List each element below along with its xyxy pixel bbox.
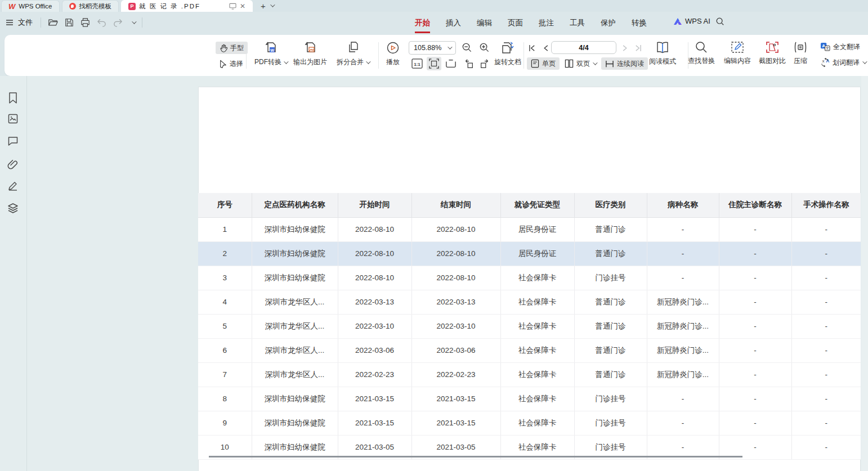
print-icon[interactable] bbox=[80, 18, 90, 27]
folder-open-icon[interactable] bbox=[48, 18, 58, 27]
redo-icon[interactable] bbox=[113, 19, 123, 27]
table-cell: 门诊挂号 bbox=[574, 266, 647, 290]
bookmark-icon[interactable] bbox=[7, 92, 19, 104]
table-cell: 社会保障卡 bbox=[500, 362, 574, 387]
zoom-out-button[interactable] bbox=[462, 42, 472, 53]
table-cell: 深圳市龙华区人... bbox=[252, 362, 338, 387]
table-cell: 5 bbox=[198, 314, 252, 338]
undo-icon[interactable] bbox=[97, 19, 106, 27]
svg-text:文: 文 bbox=[825, 46, 829, 50]
column-header: 定点医药机构名称 bbox=[252, 193, 338, 217]
attachment-icon[interactable] bbox=[7, 158, 19, 169]
chevron-down-icon[interactable] bbox=[132, 19, 136, 24]
table-cell: 社会保障卡 bbox=[500, 411, 574, 435]
edit-content-button[interactable]: 编辑内容 bbox=[721, 41, 754, 66]
table-cell: 普通门诊 bbox=[574, 217, 647, 241]
chevron-down-icon[interactable] bbox=[270, 2, 275, 7]
screenshot-compare-button[interactable]: 截图对比 bbox=[755, 41, 789, 66]
rotate-document-button[interactable]: 旋转文档 bbox=[491, 41, 525, 67]
file-menu-button[interactable]: 文件 bbox=[6, 17, 33, 28]
add-tab-icon[interactable]: + bbox=[261, 1, 266, 11]
table-cell: 9 bbox=[198, 411, 252, 435]
hand-tool-button[interactable]: 手型 bbox=[216, 42, 248, 54]
select-tool-button[interactable]: 选择 bbox=[216, 57, 247, 70]
menu-item[interactable]: 页面 bbox=[508, 18, 523, 28]
menu-item[interactable]: 保护 bbox=[601, 18, 616, 28]
signature-icon[interactable] bbox=[7, 180, 19, 191]
zoom-level-select[interactable]: 105.88% bbox=[409, 41, 456, 55]
table-cell: - bbox=[647, 266, 719, 290]
layers-icon[interactable] bbox=[7, 203, 19, 214]
tab-document-pdf[interactable]: P 就 医 记 录 .PDF ✕ bbox=[121, 0, 253, 12]
menu-item[interactable]: 批注 bbox=[539, 18, 554, 28]
table-cell: - bbox=[791, 411, 861, 435]
pdf-convert-icon: W bbox=[263, 41, 278, 55]
vertical-scrollbar[interactable] bbox=[861, 76, 868, 471]
hamburger-icon bbox=[6, 19, 14, 26]
table-cell: 2022-03-06 bbox=[338, 338, 411, 362]
page-indicator-input[interactable]: 4/4 bbox=[551, 41, 616, 54]
actual-size-button[interactable]: 1:1 bbox=[410, 57, 424, 70]
tab-wps-office[interactable]: W WPS Office bbox=[1, 0, 60, 12]
zoom-out-icon bbox=[462, 42, 472, 53]
zoom-level-value: 105.88% bbox=[414, 44, 441, 52]
close-icon[interactable]: ✕ bbox=[240, 3, 245, 10]
export-image-button[interactable]: 输出为图片 bbox=[290, 41, 330, 67]
split-merge-button[interactable]: 拆分合并 bbox=[331, 41, 375, 67]
single-page-icon bbox=[531, 59, 539, 68]
full-translate-button[interactable]: A文 全文翻译 bbox=[816, 41, 864, 53]
read-mode-button[interactable]: 阅读模式 bbox=[645, 41, 680, 66]
last-page-button[interactable] bbox=[633, 41, 643, 55]
next-page-button[interactable] bbox=[620, 41, 630, 55]
single-page-button[interactable]: 单页 bbox=[527, 57, 560, 70]
word-translate-button[interactable]: xA 划词翻译 bbox=[816, 56, 868, 69]
find-replace-button[interactable]: 查找替换 bbox=[684, 41, 718, 66]
thumbnails-icon[interactable] bbox=[7, 113, 19, 124]
menu-item[interactable]: 插入 bbox=[446, 18, 461, 28]
table-cell: 2022-02-23 bbox=[411, 362, 500, 387]
continuous-read-button[interactable]: 连续阅读 bbox=[601, 57, 648, 70]
table-cell: 2022-08-10 bbox=[411, 217, 500, 241]
first-page-button[interactable] bbox=[527, 41, 537, 55]
menu-item[interactable]: 工具 bbox=[570, 18, 585, 28]
pdf-convert-button[interactable]: W PDF转换 bbox=[250, 41, 292, 67]
table-cell: 6 bbox=[198, 338, 252, 362]
word-translate-label: 划词翻译 bbox=[833, 58, 860, 68]
left-panel-rail bbox=[0, 76, 27, 471]
column-header: 序号 bbox=[198, 193, 252, 217]
chevron-down-icon bbox=[862, 59, 867, 64]
monitor-icon[interactable] bbox=[229, 3, 236, 10]
fit-page-button[interactable] bbox=[444, 57, 458, 70]
table-cell: 普通门诊 bbox=[574, 362, 647, 387]
save-icon[interactable] bbox=[65, 18, 74, 27]
menu-item[interactable]: 开始 bbox=[415, 18, 430, 28]
rotate-right-button[interactable] bbox=[477, 57, 492, 70]
table-cell: 普通门诊 bbox=[574, 314, 647, 338]
wps-ai-button[interactable]: WPS AI bbox=[673, 17, 710, 25]
tab-docer-templates[interactable]: 找稻壳模板 bbox=[62, 0, 119, 12]
search-icon[interactable] bbox=[715, 17, 724, 26]
tab-label: WPS Office bbox=[19, 3, 52, 10]
menu-item[interactable]: 编辑 bbox=[477, 18, 492, 28]
play-button[interactable]: 播放 bbox=[381, 41, 405, 67]
table-cell: - bbox=[791, 314, 861, 338]
play-label: 播放 bbox=[386, 57, 400, 67]
prev-page-button[interactable] bbox=[541, 41, 551, 55]
rotate-left-button[interactable] bbox=[462, 57, 476, 70]
table-bottom-border bbox=[209, 456, 742, 457]
compress-button[interactable]: 压缩 bbox=[788, 41, 813, 66]
table-cell: - bbox=[791, 290, 861, 314]
table-cell: 门诊挂号 bbox=[574, 387, 647, 411]
zoom-in-button[interactable] bbox=[479, 42, 490, 53]
table-cell: 社会保障卡 bbox=[500, 338, 574, 362]
table-cell: - bbox=[719, 411, 791, 435]
table-cell: 2022-08-10 bbox=[338, 241, 411, 266]
menu-item[interactable]: 转换 bbox=[632, 18, 647, 28]
wps-ai-label: WPS AI bbox=[685, 17, 710, 25]
table-row: 7深圳市龙华区人...2022-02-232022-02-23社会保障卡普通门诊… bbox=[198, 362, 861, 387]
double-page-button[interactable]: 双页 bbox=[561, 57, 600, 70]
comment-icon[interactable] bbox=[7, 136, 19, 146]
fit-width-button[interactable] bbox=[427, 57, 441, 70]
table-cell: 普通门诊 bbox=[574, 290, 647, 314]
table-cell: 2022-03-10 bbox=[411, 314, 500, 338]
